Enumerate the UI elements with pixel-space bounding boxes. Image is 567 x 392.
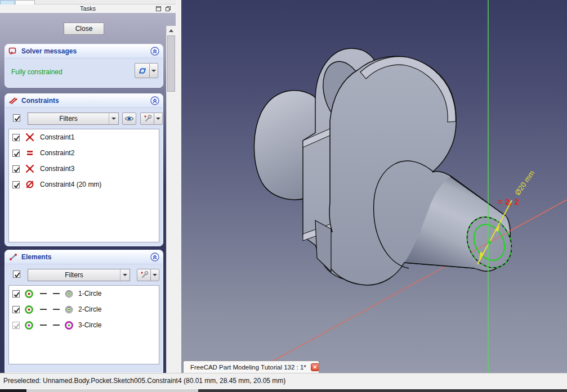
elements-settings-arrow[interactable] [151, 269, 159, 281]
elements-title: Elements [21, 253, 51, 261]
coincident-constraint-icon [25, 132, 35, 142]
status-bar-text: Preselected: Unnamed.Body.Pocket.Sketch0… [3, 377, 285, 385]
diameter-constraint-icon [25, 179, 35, 190]
elements-filter-combobox[interactable]: Filters [28, 269, 130, 281]
constraints-icon [8, 96, 18, 105]
element-label[interactable]: 1-Circle [78, 290, 101, 298]
float-panel-icon[interactable] [166, 6, 171, 11]
elements-list[interactable]: 1-Circle 2-Circle [8, 285, 159, 364]
refresh-icon [138, 66, 147, 75]
settings-wrench-icon [143, 114, 152, 123]
constraints-filter-label: Filters [28, 115, 109, 123]
solver-messages-header[interactable]: Solver messages [5, 44, 163, 58]
constraint-row[interactable]: Constraint4 (20 mm) [9, 177, 159, 192]
freecad-window: Tasks Close Solver messages [0, 0, 567, 392]
constraints-settings-arrow[interactable] [154, 112, 163, 125]
elements-section: Elements Filters [5, 250, 163, 373]
part-web-side-face[interactable] [315, 220, 331, 272]
coincident-constraint-icon [25, 164, 35, 174]
document-tab[interactable]: FreeCAD Part Modeling Tutorial 132 : 1* … [183, 361, 319, 373]
constraints-settings-button[interactable] [140, 112, 154, 125]
refresh-options-arrow[interactable] [150, 63, 158, 78]
constraint4-checkbox[interactable] [12, 181, 20, 188]
hidden-tab-stub-active[interactable] [0, 0, 15, 4]
diameter-dimension-label[interactable]: Ø20 mm [513, 169, 536, 196]
element1-checkbox[interactable] [12, 290, 20, 298]
solver-status-text: Fully constrained [11, 68, 62, 76]
constraints-list[interactable]: Constraint1 Constraint2 [8, 129, 159, 242]
constraint-row[interactable]: Constraint2 [9, 145, 159, 161]
circle-element-icon [24, 289, 34, 299]
refresh-button[interactable] [135, 63, 150, 78]
tasks-panel-titlebar: Tasks [0, 4, 176, 13]
circle-mode-icon [64, 305, 74, 314]
collapse-solver-button[interactable] [150, 47, 159, 56]
element-label[interactable]: 3-Circle [78, 321, 101, 329]
constraints-master-checkbox[interactable] [13, 114, 20, 121]
element-row[interactable]: 1-Circle [9, 286, 159, 301]
constraint-marker-label[interactable]: = 2, 2 [498, 197, 519, 206]
solver-messages-section: Solver messages Fully constrained [5, 44, 163, 88]
no-line-placeholder [40, 309, 47, 310]
element-row[interactable]: 3-Circle [9, 317, 159, 333]
constraint-label[interactable]: Constraint1 [40, 133, 74, 141]
constraint-label[interactable]: Constraint4 (20 mm) [40, 181, 101, 188]
bottom-edge-strip [0, 389, 567, 392]
scrollbar-up-arrow[interactable] [167, 26, 176, 35]
collapse-constraints-button[interactable] [150, 96, 159, 105]
element3-checkbox[interactable] [12, 322, 20, 329]
constraints-settings-split-button [140, 112, 163, 125]
3d-scene: = 2, 2 Ø20 mm [181, 0, 567, 373]
elements-filter-label: Filters [28, 271, 120, 279]
element-label[interactable]: 2-Circle [78, 305, 101, 313]
eye-icon [124, 115, 134, 123]
close-task-button[interactable]: Close [64, 22, 104, 35]
element-row[interactable]: 2-Circle [9, 301, 159, 317]
status-bar: Preselected: Unnamed.Body.Pocket.Sketch0… [0, 373, 567, 389]
elements-settings-button[interactable] [137, 269, 151, 281]
solver-messages-title: Solver messages [21, 47, 77, 55]
circle-mode-icon [64, 321, 74, 330]
constraint-label[interactable]: Constraint2 [40, 149, 74, 157]
bottom-strip-segment [0, 389, 26, 392]
no-arc-placeholder [53, 309, 60, 310]
no-arc-placeholder [53, 293, 60, 294]
circle-mode-icon [64, 289, 74, 299]
panel-splitter[interactable] [176, 0, 181, 373]
document-tab-title: FreeCAD Part Modeling Tutorial 132 : 1* [190, 364, 306, 371]
circle-element-icon [24, 321, 34, 330]
constraints-filter-arrow [109, 113, 118, 124]
no-line-placeholder [40, 293, 47, 294]
elements-master-checkbox[interactable] [13, 271, 20, 278]
top-tab-strip [0, 0, 176, 4]
constraints-section: Constraints Filters [5, 93, 163, 246]
settings-wrench-icon [140, 271, 149, 280]
elements-settings-split-button [137, 269, 159, 281]
constraint1-checkbox[interactable] [12, 134, 20, 141]
constraints-filter-combobox[interactable]: Filters [28, 112, 119, 125]
constraint-row[interactable]: Constraint3 [9, 161, 159, 177]
hidden-tab-stub[interactable] [15, 0, 35, 4]
constraint2-checkbox[interactable] [12, 150, 20, 157]
elements-header[interactable]: Elements [5, 250, 163, 264]
constraints-title: Constraints [21, 97, 59, 105]
scrollbar-thumb[interactable] [167, 35, 175, 92]
solver-refresh-split-button [135, 63, 158, 78]
elements-icon [8, 253, 18, 262]
circle-element-icon [24, 305, 34, 314]
solver-messages-icon [8, 47, 18, 56]
panel-scrollbar[interactable] [166, 26, 176, 373]
element2-checkbox[interactable] [12, 306, 20, 313]
show-hide-constraints-button[interactable] [122, 112, 136, 125]
constraint-label[interactable]: Constraint3 [40, 165, 74, 173]
constraints-header[interactable]: Constraints [5, 94, 163, 108]
3d-viewport[interactable]: = 2, 2 Ø20 mm FreeCAD Part Modeling Tuto… [181, 0, 567, 373]
document-close-button[interactable]: ✕ [311, 363, 319, 371]
dock-panel-icon[interactable] [156, 6, 161, 11]
tasks-panel: Close Solver messages Fully constrained [0, 13, 176, 373]
collapse-elements-button[interactable] [150, 253, 159, 262]
elements-filter-arrow [120, 269, 130, 281]
constraint3-checkbox[interactable] [12, 165, 20, 173]
no-arc-placeholder [53, 325, 60, 326]
constraint-row[interactable]: Constraint1 [9, 129, 159, 145]
